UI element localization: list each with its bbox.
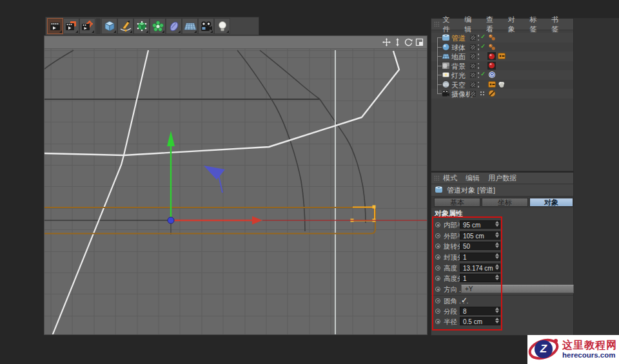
material-tag-icon[interactable] (487, 52, 496, 60)
object-row-floor[interactable]: 地面 (431, 52, 573, 61)
render-to-picture-viewer-icon (65, 20, 77, 32)
menu-edit[interactable]: 编辑 (464, 15, 478, 34)
viewport[interactable] (44, 35, 427, 335)
background-object-icon (442, 62, 450, 70)
visibility-dots[interactable] (480, 91, 485, 96)
visibility-dots[interactable] (478, 63, 480, 69)
render-view-button[interactable] (47, 18, 63, 34)
object-manager-menubar: 文件 编辑 查看 对象 标签 书签 (431, 19, 573, 30)
enabled-check-icon[interactable]: ✓ (480, 70, 486, 77)
light-object-button[interactable] (214, 18, 230, 34)
sky-material-tag-icon[interactable] (497, 81, 506, 88)
rotate-icon[interactable] (404, 38, 413, 47)
spline-pen-button[interactable] (117, 18, 133, 34)
target-tag-icon[interactable] (487, 71, 496, 79)
pipe-object-icon (435, 186, 443, 195)
tab-basic[interactable]: 基本 (434, 198, 480, 207)
layer-swatch[interactable] (470, 91, 476, 97)
layer-swatch[interactable] (470, 44, 476, 50)
render-view-icon (49, 20, 61, 32)
tab-object[interactable]: 对象 (529, 198, 573, 207)
add-cube-primitive-button[interactable] (101, 18, 117, 34)
phong-tag-icon[interactable] (487, 43, 496, 51)
object-row-background[interactable]: 背景 (431, 61, 573, 71)
tab-coordinates[interactable]: 坐标 (482, 198, 528, 207)
watermark-site-url: herecours.com (562, 351, 617, 359)
layer-swatch[interactable] (470, 72, 476, 78)
watermark-logo: Z (527, 336, 561, 364)
menu-file[interactable]: 文件 (442, 15, 456, 34)
toolbar-separator (96, 18, 101, 34)
array-flower-icon (152, 20, 164, 33)
object-row-sphere[interactable]: 球体 ✓ (431, 43, 573, 52)
render-to-picture-viewer-button[interactable] (63, 18, 79, 34)
camera-object-button[interactable] (198, 18, 214, 34)
subdivision-surface-icon (135, 20, 148, 33)
spline-pen-icon (119, 20, 132, 33)
layer-swatch[interactable] (470, 63, 476, 69)
attribute-tabs: 基本 坐标 对象 (431, 196, 573, 208)
menu-edit[interactable]: 编辑 (466, 173, 480, 183)
panel-grip-icon[interactable] (434, 21, 439, 28)
object-manager-panel: 文件 编辑 查看 对象 标签 书签 管道 ✓ (431, 18, 574, 171)
object-row-light[interactable]: 灯光 ✓ (431, 70, 573, 80)
object-row-sky[interactable]: 天空 (431, 80, 573, 90)
layer-swatch[interactable] (470, 53, 476, 59)
attribute-menubar: 模式 编辑 用户数据 (431, 173, 573, 184)
floor-object-button[interactable] (182, 18, 198, 34)
camera-icon (200, 20, 213, 33)
visibility-dots[interactable] (478, 44, 480, 50)
material-tag-icon[interactable] (487, 62, 496, 70)
dolly-icon[interactable] (393, 38, 402, 47)
compositing-tag-icon[interactable] (497, 52, 506, 60)
pipe-object-icon (442, 34, 450, 41)
menu-bookmarks[interactable]: 书签 (551, 15, 565, 34)
subdivision-surface-button[interactable] (133, 18, 150, 34)
phong-tag-icon[interactable] (487, 34, 496, 41)
floor-object-icon (442, 52, 450, 60)
protection-tag-icon[interactable] (487, 90, 496, 97)
menu-view[interactable]: 查看 (486, 15, 500, 34)
render-settings-button[interactable] (79, 18, 95, 34)
bend-deformer-icon (168, 20, 181, 33)
visibility-dots[interactable] (478, 35, 480, 41)
application-window: 文件 编辑 查看 对象 标签 书签 管道 ✓ (0, 0, 619, 364)
visibility-dots[interactable] (478, 82, 480, 88)
compositing-tag-icon[interactable] (487, 81, 496, 88)
visibility-dots[interactable] (478, 72, 480, 78)
panel-background (574, 18, 619, 336)
attribute-object-title: 管道对象 [管道] (447, 186, 495, 195)
menu-tags[interactable]: 标签 (529, 15, 543, 34)
render-settings-icon (81, 20, 93, 32)
menu-mode[interactable]: 模式 (443, 173, 457, 183)
main-toolbar (45, 17, 259, 35)
attribute-highlight-box (432, 216, 502, 330)
cube-icon (103, 20, 116, 33)
attribute-object-title-row: 管道对象 [管道] (431, 184, 573, 196)
sky-object-icon (442, 81, 450, 88)
deformer-button[interactable] (166, 18, 182, 34)
menu-objects[interactable]: 对象 (508, 15, 522, 34)
viewport-header (44, 36, 427, 49)
toggle-view-icon[interactable] (415, 38, 424, 47)
camera-object-icon (442, 90, 450, 97)
visibility-dots[interactable] (478, 53, 480, 59)
pan-icon[interactable] (382, 38, 391, 47)
panel-grip-icon[interactable] (434, 175, 440, 182)
watermark: Z 这里教程网 herecours.com (527, 335, 619, 364)
enabled-check-icon[interactable]: ✓ (480, 43, 486, 50)
object-row-camera[interactable]: 摄像机 (431, 89, 573, 99)
sphere-object-icon (442, 43, 450, 51)
menu-user-data[interactable]: 用户数据 (488, 173, 516, 183)
object-list: 管道 ✓ 球体 ✓ (431, 33, 573, 99)
object-row-pipe[interactable]: 管道 ✓ (431, 33, 573, 43)
watermark-logo-letter: Z (535, 340, 553, 358)
modeling-commands-button[interactable] (150, 18, 166, 34)
scene-wireframe (44, 49, 427, 335)
layer-swatch[interactable] (470, 35, 476, 41)
watermark-site-name: 这里教程网 (562, 340, 617, 351)
enabled-check-icon[interactable]: ✓ (480, 33, 486, 40)
layer-swatch[interactable] (470, 82, 476, 88)
light-object-icon (442, 71, 450, 79)
viewport-canvas[interactable] (44, 49, 427, 335)
